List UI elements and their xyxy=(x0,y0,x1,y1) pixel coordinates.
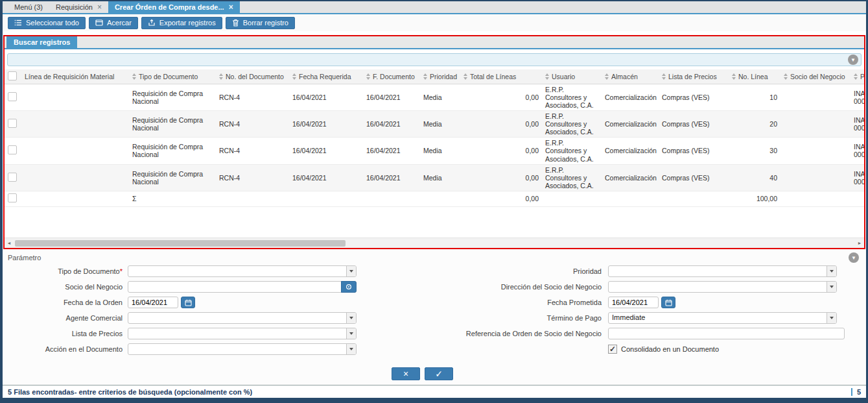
confirm-button[interactable]: ✓ xyxy=(425,367,453,380)
buscar-registros-label: Buscar registros xyxy=(14,38,70,46)
agente-comercial-select[interactable] xyxy=(128,312,357,324)
row-checkbox[interactable] xyxy=(8,92,17,101)
accion-documento-select[interactable] xyxy=(128,343,357,355)
consolidado-label: Consolidado en un Documento xyxy=(621,345,719,353)
col-fecha-requerida[interactable]: Fecha Requerida xyxy=(289,69,363,84)
referencia-orden-field[interactable] xyxy=(608,328,845,339)
prioridad-select[interactable] xyxy=(608,265,837,277)
sum-no-linea: 100,00 xyxy=(729,191,780,206)
zoom-button[interactable]: Acercar xyxy=(89,17,138,29)
collapse-parameter-button[interactable]: ▼ xyxy=(849,252,859,263)
results-table: Línea de Requisición Material Tipo de Do… xyxy=(5,69,864,207)
sort-icon xyxy=(366,73,370,80)
tab-bar: Menú (3) Requisición × Crear Órden de Co… xyxy=(3,1,866,14)
col-f-documento[interactable]: F. Documento xyxy=(363,69,420,84)
chevron-down-icon[interactable] xyxy=(346,313,356,323)
socio-negocio-field[interactable] xyxy=(128,281,357,293)
socio-negocio-label: Socio del Negocio xyxy=(8,283,123,291)
business-partner-search-button[interactable] xyxy=(341,281,357,293)
col-linea-requisicion[interactable]: Línea de Requisición Material xyxy=(21,69,129,84)
sort-icon xyxy=(545,73,549,80)
col-tipo-documento[interactable]: Tipo de Documento xyxy=(129,69,216,84)
direccion-socio-label: Dirección del Socio del Negocio xyxy=(357,283,602,291)
termino-pago-select[interactable]: Immediate xyxy=(608,312,837,324)
scrollbar-thumb[interactable] xyxy=(15,240,346,247)
window-frame: Menú (3) Requisición × Crear Órden de Co… xyxy=(0,0,868,403)
referencia-orden-label: Referencia de Orden de Socio del Negocio xyxy=(357,330,602,337)
chevron-down-icon[interactable] xyxy=(827,266,836,276)
sort-icon xyxy=(784,73,788,80)
select-all-label: Seleccionar todo xyxy=(26,19,79,27)
tab-menu[interactable]: Menú (3) xyxy=(8,1,49,13)
sort-icon xyxy=(732,73,736,80)
table-row[interactable]: Requisición de Compra Nacional RCN-4 16/… xyxy=(5,138,864,164)
row-checkbox[interactable] xyxy=(8,173,17,182)
calendar-icon xyxy=(665,299,672,306)
chevron-down-icon[interactable] xyxy=(346,328,356,339)
search-input[interactable] xyxy=(7,53,862,66)
close-tab-icon[interactable]: × xyxy=(97,4,102,10)
list-icon xyxy=(14,19,22,27)
col-socio-negocio[interactable]: Socio del Negocio xyxy=(780,69,850,84)
collapse-search-button[interactable]: ▼ xyxy=(848,55,858,65)
fecha-prometida-label: Fecha Prometida xyxy=(357,299,602,306)
consolidado-checkbox[interactable]: ✓ xyxy=(608,345,617,354)
chevron-down-icon[interactable] xyxy=(346,266,356,276)
sum-symbol: Σ xyxy=(129,191,216,206)
tipo-documento-select[interactable] xyxy=(128,265,357,277)
delete-record-button[interactable]: Borrar registro xyxy=(226,17,295,29)
check-icon: ✓ xyxy=(609,345,616,354)
table-row[interactable]: Requisición de Compra Nacional RCN-4 16/… xyxy=(5,111,864,138)
calendar-button[interactable] xyxy=(181,297,195,308)
row-checkbox[interactable] xyxy=(8,145,17,154)
x-icon: × xyxy=(403,369,408,378)
required-marker: * xyxy=(120,267,123,275)
col-producto[interactable]: Producto xyxy=(850,69,864,84)
col-almacen[interactable]: Almacén xyxy=(602,69,659,84)
chevron-down-icon[interactable] xyxy=(346,344,356,354)
col-total-lineas[interactable]: Total de Líneas xyxy=(460,69,542,84)
calendar-icon xyxy=(185,299,192,306)
select-all-button[interactable]: Seleccionar todo xyxy=(8,17,86,29)
tab-buscar-registros[interactable]: Buscar registros xyxy=(6,36,77,48)
col-no-linea[interactable]: No. Línea xyxy=(729,69,780,84)
col-usuario[interactable]: Usuario xyxy=(542,69,602,84)
chevron-down-icon[interactable] xyxy=(827,282,836,292)
scroll-right-icon[interactable]: ► xyxy=(855,241,864,245)
export-records-button[interactable]: Exportar registros xyxy=(141,17,222,29)
termino-pago-label: Término de Pago xyxy=(357,314,602,322)
select-all-checkbox[interactable] xyxy=(8,71,17,80)
col-prioridad[interactable]: Prioridad xyxy=(420,69,460,84)
row-checkbox[interactable] xyxy=(8,119,17,128)
fecha-prometida-field[interactable] xyxy=(608,297,659,308)
cancel-button[interactable]: × xyxy=(392,367,420,380)
tipo-documento-label: Tipo de Documento xyxy=(58,267,120,275)
table-row[interactable]: Requisición de Compra Nacional RCN-4 16/… xyxy=(5,164,864,191)
lista-precios-select[interactable] xyxy=(128,328,357,339)
row-checkbox[interactable] xyxy=(8,193,17,202)
tab-crear-orden-compra[interactable]: Crear Órden de Compra desde... × xyxy=(108,1,240,13)
close-tab-icon[interactable]: × xyxy=(229,4,233,10)
scroll-left-icon[interactable]: ◄ xyxy=(5,241,14,245)
search-row: ▼ xyxy=(5,49,864,69)
col-no-documento[interactable]: No. del Documento xyxy=(216,69,289,84)
sort-icon xyxy=(605,73,609,80)
direccion-socio-select[interactable] xyxy=(608,281,837,293)
chevron-down-icon[interactable] xyxy=(827,313,836,323)
record-search-icon xyxy=(346,284,352,290)
col-lista-precios[interactable]: Lista de Precios xyxy=(659,69,729,84)
sort-icon xyxy=(854,73,858,80)
upload-icon xyxy=(148,19,156,27)
status-text: 5 Filas encontradas- entre criterios de … xyxy=(8,388,252,396)
results-table-container: Línea de Requisición Material Tipo de Do… xyxy=(5,69,864,238)
prioridad-label: Prioridad xyxy=(357,267,602,275)
sort-icon xyxy=(132,73,136,80)
table-row[interactable]: Requisición de Compra Nacional RCN-4 16/… xyxy=(5,84,864,111)
fecha-orden-field[interactable] xyxy=(128,297,178,308)
toolbar: Seleccionar todo Acercar Exportar regist… xyxy=(3,14,866,31)
calendar-button[interactable] xyxy=(661,297,675,308)
tab-requisicion[interactable]: Requisición × xyxy=(49,1,108,13)
horizontal-scrollbar[interactable]: ◄ ► xyxy=(5,238,864,248)
search-results-panel: Buscar registros ▼ xyxy=(3,35,865,249)
parameter-title: Parámetro xyxy=(8,254,41,262)
